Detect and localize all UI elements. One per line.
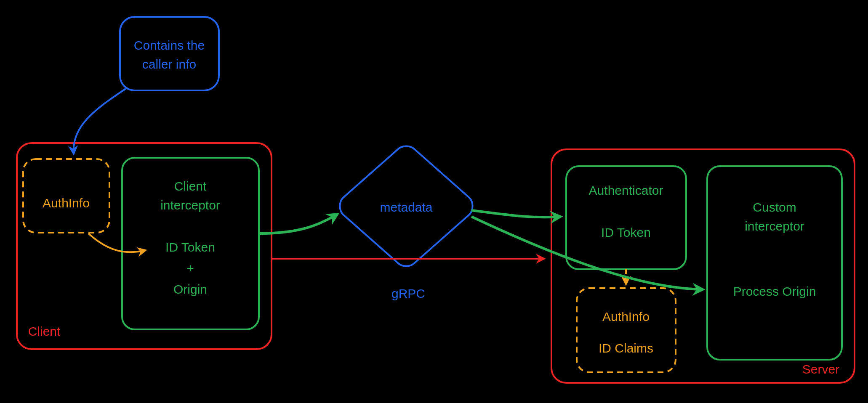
arrow-authinfo-to-interceptor bbox=[88, 233, 145, 252]
authenticator-idtoken: ID Token bbox=[601, 225, 651, 239]
authinfo-server-idclaims: ID Claims bbox=[599, 341, 653, 355]
authenticator-title: Authenticator bbox=[589, 183, 663, 197]
client-interceptor-title2: interceptor bbox=[160, 198, 220, 212]
caller-info-note bbox=[120, 17, 219, 90]
client-interceptor-idtoken: ID Token bbox=[165, 240, 215, 254]
server-container-label: Server bbox=[802, 362, 839, 376]
custom-interceptor-title1: Custom bbox=[753, 200, 796, 214]
authinfo-server-title: AuthInfo bbox=[602, 310, 650, 323]
caller-info-line1: Contains the bbox=[134, 38, 205, 52]
client-container bbox=[17, 143, 272, 349]
authenticator-box bbox=[566, 166, 686, 269]
grpc-label: gRPC bbox=[391, 286, 425, 300]
metadata-label: metadata bbox=[380, 200, 432, 214]
custom-interceptor-title2: interceptor bbox=[745, 219, 804, 233]
custom-interceptor-box bbox=[707, 166, 842, 360]
authinfo-client-label: AuthInfo bbox=[43, 196, 90, 210]
client-container-label: Client bbox=[28, 324, 61, 338]
client-interceptor-title1: Client bbox=[174, 179, 207, 193]
caller-info-line2: caller info bbox=[142, 57, 196, 71]
arrow-metadata-to-authenticator bbox=[471, 210, 560, 217]
custom-interceptor-process-origin: Process Origin bbox=[733, 284, 816, 298]
arrow-interceptor-to-metadata bbox=[259, 215, 337, 233]
arrow-metadata-to-custom bbox=[471, 217, 702, 289]
client-interceptor-origin: Origin bbox=[173, 282, 207, 296]
diagram-canvas: Client AuthInfo Client interceptor ID To… bbox=[0, 0, 868, 403]
client-interceptor-plus: + bbox=[186, 261, 194, 275]
authinfo-server-box bbox=[577, 288, 676, 372]
